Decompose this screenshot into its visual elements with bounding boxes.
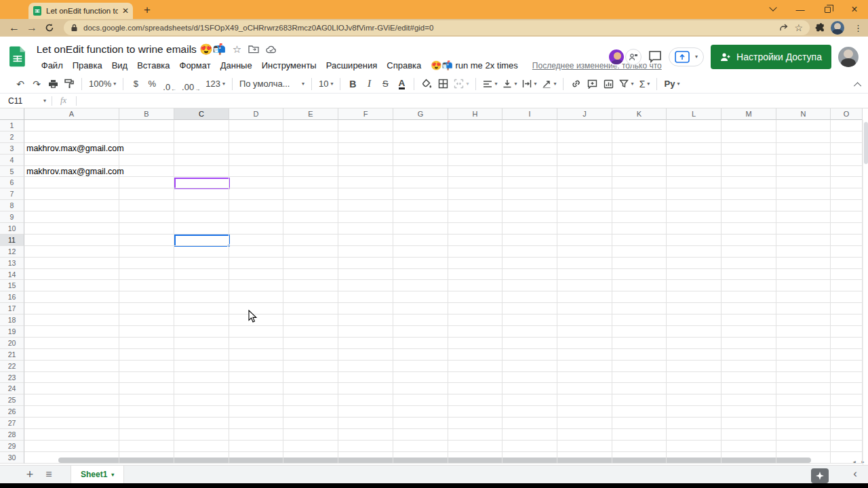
cell-C12[interactable] <box>174 246 229 258</box>
row-header[interactable]: 24 <box>0 383 24 394</box>
column-header[interactable]: H <box>448 108 502 120</box>
cell-K22[interactable] <box>612 361 667 372</box>
column-header[interactable]: N <box>776 108 831 120</box>
cell-H19[interactable] <box>448 326 502 338</box>
cell-I26[interactable] <box>502 406 557 418</box>
cell-B2[interactable] <box>119 131 174 143</box>
column-header[interactable]: B <box>119 108 174 120</box>
cell-B30[interactable] <box>119 452 174 464</box>
cell-J30[interactable] <box>557 452 612 464</box>
cell-K19[interactable] <box>612 326 667 338</box>
cell-O20[interactable] <box>831 338 863 349</box>
cell-C11[interactable] <box>174 235 229 246</box>
cell-N7[interactable] <box>776 188 831 200</box>
cell-C24[interactable] <box>174 383 229 394</box>
cell-J3[interactable] <box>557 143 612 155</box>
cell-D13[interactable] <box>229 258 283 269</box>
cell-J14[interactable] <box>557 269 612 281</box>
cell-M27[interactable] <box>722 418 776 429</box>
cell-H1[interactable] <box>448 120 502 131</box>
cell-C30[interactable] <box>174 452 229 464</box>
cell-A14[interactable] <box>24 269 119 281</box>
cell-N13[interactable] <box>776 258 831 269</box>
cell-J19[interactable] <box>557 326 612 338</box>
cell-J9[interactable] <box>557 211 612 223</box>
row-header[interactable]: 12 <box>0 246 24 258</box>
cell-J1[interactable] <box>557 120 612 131</box>
cell-L30[interactable] <box>667 452 722 464</box>
add-sheet-button[interactable]: + <box>20 466 39 484</box>
cell-E30[interactable] <box>283 452 338 464</box>
cell-H30[interactable] <box>448 452 502 464</box>
cell-D2[interactable] <box>229 131 283 143</box>
cell-L29[interactable] <box>667 441 722 452</box>
cell-O21[interactable] <box>831 349 863 361</box>
cell-O28[interactable] <box>831 429 863 441</box>
cell-M21[interactable] <box>722 349 776 361</box>
cell-C8[interactable] <box>174 200 229 211</box>
column-header[interactable]: M <box>722 108 776 120</box>
create-filter-button[interactable]: ▾ <box>616 76 636 92</box>
format-currency-button[interactable]: $ <box>127 76 144 92</box>
cell-A27[interactable] <box>24 418 119 429</box>
tab-search-icon[interactable] <box>760 0 787 19</box>
cell-H5[interactable] <box>448 166 502 178</box>
url-bar[interactable]: docs.google.com/spreadsheets/d/1SFOpX49_… <box>64 20 810 35</box>
cell-K6[interactable] <box>612 177 667 188</box>
cell-H26[interactable] <box>448 406 502 418</box>
cell-O14[interactable] <box>831 269 863 281</box>
browser-profile-avatar[interactable] <box>831 21 844 35</box>
zoom-select[interactable]: 100%▾ <box>86 76 119 92</box>
cell-D7[interactable] <box>229 188 283 200</box>
cell-F7[interactable] <box>338 188 393 200</box>
cell-O1[interactable] <box>831 120 863 131</box>
cell-H11[interactable] <box>448 235 502 246</box>
menu-item[interactable]: Расширения <box>321 60 382 70</box>
row-header[interactable]: 17 <box>0 303 24 314</box>
insert-link-button[interactable] <box>568 76 584 92</box>
row-header[interactable]: 21 <box>0 349 24 361</box>
column-header[interactable]: F <box>338 108 393 120</box>
insert-chart-button[interactable] <box>600 76 616 92</box>
cell-N14[interactable] <box>776 269 831 281</box>
cell-N12[interactable] <box>776 246 831 258</box>
cell-K5[interactable] <box>612 166 667 178</box>
cell-G4[interactable] <box>393 155 448 166</box>
cell-F20[interactable] <box>338 338 393 349</box>
cell-K18[interactable] <box>612 314 667 326</box>
cell-H16[interactable] <box>448 291 502 303</box>
cell-D20[interactable] <box>229 338 283 349</box>
cell-J7[interactable] <box>557 188 612 200</box>
cell-K1[interactable] <box>612 120 667 131</box>
cell-D22[interactable] <box>229 361 283 372</box>
cell-M29[interactable] <box>722 441 776 452</box>
minimize-button[interactable]: — <box>787 0 814 19</box>
cell-C21[interactable] <box>174 349 229 361</box>
cell-L1[interactable] <box>667 120 722 131</box>
cell-H28[interactable] <box>448 429 502 441</box>
cell-F22[interactable] <box>338 361 393 372</box>
cell-H24[interactable] <box>448 383 502 394</box>
cell-H15[interactable] <box>448 280 502 291</box>
cell-L3[interactable] <box>667 143 722 155</box>
paint-format-button[interactable] <box>61 76 77 92</box>
cell-E27[interactable] <box>283 418 338 429</box>
cell-E29[interactable] <box>283 441 338 452</box>
cell-N18[interactable] <box>776 314 831 326</box>
cell-I22[interactable] <box>502 361 557 372</box>
cell-A16[interactable] <box>24 291 119 303</box>
cell-C29[interactable] <box>174 441 229 452</box>
cell-E18[interactable] <box>283 314 338 326</box>
cell-A7[interactable] <box>24 188 119 200</box>
cell-O8[interactable] <box>831 200 863 211</box>
extensions-icon[interactable] <box>815 23 825 33</box>
cell-L4[interactable] <box>667 155 722 166</box>
cell-J13[interactable] <box>557 258 612 269</box>
cell-D6[interactable] <box>229 177 283 188</box>
cell-N9[interactable] <box>776 211 831 223</box>
cell-D15[interactable] <box>229 280 283 291</box>
cell-I14[interactable] <box>502 269 557 281</box>
cell-E2[interactable] <box>283 131 338 143</box>
cell-E17[interactable] <box>283 303 338 314</box>
row-header[interactable]: 20 <box>0 338 24 349</box>
